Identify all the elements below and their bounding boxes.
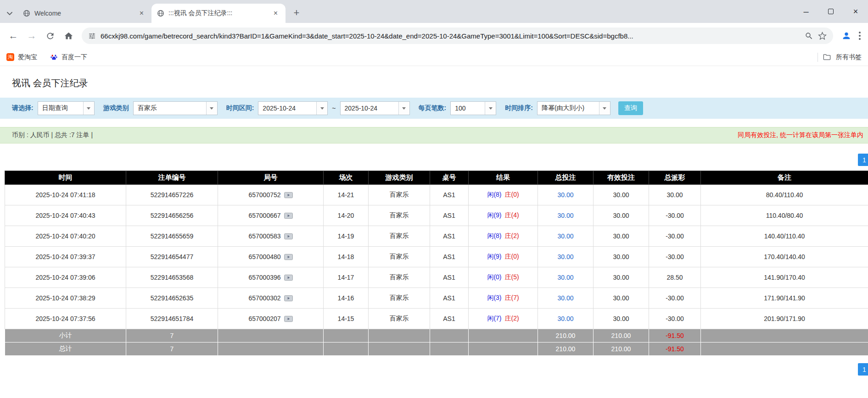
all-bookmarks-button[interactable]: 所有书签 bbox=[836, 53, 862, 61]
round-video-icon[interactable] bbox=[284, 315, 293, 322]
browser-menu-icon[interactable] bbox=[856, 27, 863, 44]
cell-payout: -30.00 bbox=[649, 226, 701, 247]
cell-game-type: 百家乐 bbox=[369, 288, 430, 309]
cell-game-type: 百家乐 bbox=[369, 309, 430, 329]
result-banker: 庄(5) bbox=[505, 273, 519, 281]
tab-search-chevron-icon[interactable] bbox=[3, 6, 17, 22]
bookmark-star-icon[interactable] bbox=[818, 32, 827, 40]
tab-title: :::视讯 会员下注纪录::: bbox=[168, 9, 267, 17]
game-type-label: 游戏类别 bbox=[103, 104, 129, 112]
back-button[interactable]: ← bbox=[5, 27, 22, 44]
date-range-label: 时间区间: bbox=[226, 104, 254, 112]
site-info-tune-icon[interactable] bbox=[88, 32, 96, 40]
mode-select[interactable]: 日期查询 bbox=[38, 101, 95, 115]
header-table-no: 桌号 bbox=[430, 171, 469, 185]
subtotal-empty-cell bbox=[469, 329, 538, 343]
profile-avatar-icon[interactable] bbox=[838, 27, 855, 44]
subtotal-count: 7 bbox=[126, 329, 218, 343]
valid-bet-notice-text: 同局有效投注, 统一计算在该局第一张注单内 bbox=[738, 131, 863, 139]
total-bet-link[interactable]: 30.00 bbox=[557, 315, 573, 322]
tab-close-icon[interactable]: × bbox=[137, 9, 146, 18]
mode-select-value: 日期查询 bbox=[38, 102, 83, 115]
date-start-picker[interactable] bbox=[258, 101, 328, 115]
result-player: 闲(7) bbox=[487, 315, 501, 322]
total-bet-link[interactable]: 30.00 bbox=[557, 294, 573, 302]
forward-button[interactable]: → bbox=[23, 27, 40, 44]
new-tab-button[interactable]: + bbox=[289, 6, 304, 20]
cell-total-bet: 30.00 bbox=[538, 288, 594, 309]
bookmarks-divider bbox=[818, 53, 818, 62]
cell-round: 657000752 bbox=[218, 185, 324, 205]
total-bet-link[interactable]: 30.00 bbox=[557, 232, 573, 240]
cell-game-type: 百家乐 bbox=[369, 226, 430, 247]
table-row: 2025-10-24 07:39:37522914654477657000480… bbox=[5, 247, 868, 267]
total-bet-link[interactable]: 30.00 bbox=[557, 191, 573, 199]
home-button[interactable] bbox=[60, 27, 77, 44]
game-type-select[interactable]: 百家乐 bbox=[133, 101, 218, 115]
cell-time: 2025-10-24 07:39:06 bbox=[5, 267, 126, 288]
tab-bet-records[interactable]: :::视讯 会员下注纪录::: × bbox=[151, 4, 286, 23]
bookmark-baidu[interactable]: 百度一下 bbox=[50, 53, 87, 61]
round-video-icon[interactable] bbox=[284, 274, 293, 281]
tab-close-icon[interactable]: × bbox=[271, 9, 280, 18]
cell-round: 657000302 bbox=[218, 288, 324, 309]
date-end-picker[interactable] bbox=[340, 101, 410, 115]
cell-bet-id: 522914652635 bbox=[126, 288, 218, 309]
chevron-down-icon[interactable] bbox=[316, 102, 327, 115]
page-size-select[interactable] bbox=[450, 101, 496, 115]
total-empty-cell bbox=[469, 343, 538, 356]
total-bet-link[interactable]: 30.00 bbox=[557, 274, 573, 281]
game-type-select-value: 百家乐 bbox=[134, 102, 206, 115]
tab-welcome[interactable]: Welcome × bbox=[17, 4, 151, 23]
page-button-1[interactable]: 1 bbox=[858, 154, 868, 166]
chevron-down-icon[interactable] bbox=[206, 102, 217, 115]
cell-round: 657000396 bbox=[218, 267, 324, 288]
total-valid-bet: 210.00 bbox=[594, 343, 649, 356]
round-video-icon[interactable] bbox=[284, 295, 293, 302]
cell-total-bet: 30.00 bbox=[538, 309, 594, 329]
chevron-down-icon[interactable] bbox=[398, 102, 409, 115]
round-number: 657000667 bbox=[248, 212, 280, 219]
round-video-icon[interactable] bbox=[284, 233, 293, 240]
total-empty-cell bbox=[369, 343, 430, 356]
round-number: 657000480 bbox=[248, 253, 280, 260]
chevron-down-icon[interactable] bbox=[83, 102, 94, 115]
search-button[interactable]: 查询 bbox=[618, 101, 643, 115]
chevron-down-icon[interactable] bbox=[599, 102, 610, 115]
total-bet-link[interactable]: 30.00 bbox=[557, 212, 573, 219]
cell-table-no: AS1 bbox=[430, 267, 469, 288]
cell-time: 2025-10-24 07:37:56 bbox=[5, 309, 126, 329]
round-video-icon[interactable] bbox=[284, 212, 293, 219]
cell-payout: -30.00 bbox=[649, 205, 701, 226]
subtotal-empty-cell bbox=[218, 329, 324, 343]
zoom-magnifier-icon[interactable] bbox=[805, 32, 813, 40]
table-row: 2025-10-24 07:38:29522914652635657000302… bbox=[5, 288, 868, 309]
pagination-top: 1 bbox=[0, 154, 868, 166]
cell-session: 14-18 bbox=[324, 247, 369, 267]
round-video-icon[interactable] bbox=[284, 254, 293, 260]
sort-select[interactable]: 降幂(由大到小) bbox=[537, 101, 610, 115]
reload-button[interactable] bbox=[41, 27, 59, 44]
total-count: 7 bbox=[126, 343, 218, 356]
date-start-input[interactable] bbox=[258, 102, 316, 115]
total-bet-link[interactable]: 30.00 bbox=[557, 253, 573, 260]
window-close-button[interactable]: × bbox=[843, 0, 868, 23]
total-empty-cell bbox=[324, 343, 369, 356]
date-end-input[interactable] bbox=[341, 102, 398, 115]
chevron-down-icon[interactable] bbox=[485, 102, 496, 115]
cell-valid-bet: 30.00 bbox=[594, 205, 649, 226]
bookmark-taobao[interactable]: 淘 爱淘宝 bbox=[6, 53, 37, 61]
total-empty-cell bbox=[218, 343, 324, 356]
result-banker: 庄(2) bbox=[505, 315, 519, 322]
page-button-1[interactable]: 1 bbox=[858, 363, 868, 376]
page-size-input[interactable] bbox=[451, 102, 485, 115]
cell-game-type: 百家乐 bbox=[369, 205, 430, 226]
url-bar[interactable]: 66cxkj98.com/game/betrecord_search/kind3… bbox=[82, 28, 833, 44]
cell-time: 2025-10-24 07:39:37 bbox=[5, 247, 126, 267]
cell-session: 14-19 bbox=[324, 226, 369, 247]
cell-game-type: 百家乐 bbox=[369, 185, 430, 205]
round-video-icon[interactable] bbox=[284, 192, 293, 199]
window-minimize-button[interactable]: – bbox=[794, 0, 818, 23]
cell-round: 657000667 bbox=[218, 205, 324, 226]
window-maximize-button[interactable] bbox=[818, 0, 843, 23]
